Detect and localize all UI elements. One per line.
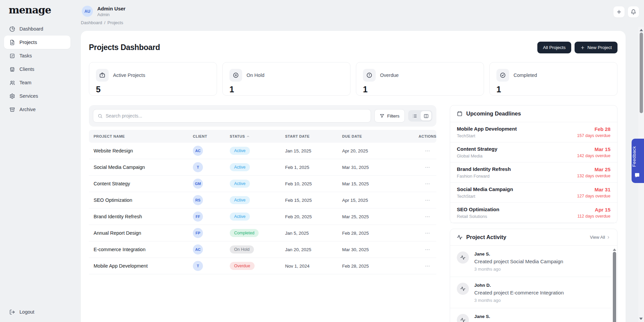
- scrollbar-thumb[interactable]: [640, 33, 643, 113]
- notifications-button[interactable]: [628, 6, 639, 17]
- table-row[interactable]: Annual Report Design FP Completed Jan 5,…: [89, 225, 436, 241]
- sidebar-item[interactable]: Clients: [4, 62, 70, 76]
- project-name: Social Media Campaign: [94, 165, 193, 170]
- table-row[interactable]: E-commerce Integration AC On Hold Jan 20…: [89, 241, 436, 258]
- column-header-actions: ACTIONS: [419, 134, 436, 138]
- stat-card: Completed 1: [489, 62, 618, 96]
- table-row[interactable]: Content Strategy GM Active Feb 10, 2025 …: [89, 176, 436, 192]
- start-date: Jan 20, 2025: [285, 247, 342, 252]
- deadline-item[interactable]: SEO Optimization Retail Solutions Apr 15…: [450, 203, 617, 223]
- column-header-status[interactable]: STATUS: [230, 134, 285, 138]
- table-row[interactable]: Website Redesign AC Active Jan 15, 2025 …: [89, 143, 436, 159]
- stats-row: Active Projects 5 On Hold 1: [89, 62, 618, 96]
- activity-action: Created project E-commerce Integration: [474, 290, 564, 295]
- table-row[interactable]: Brand Identity Refresh FF Active Feb 20,…: [89, 209, 436, 225]
- due-date: Mar 30, 2025: [342, 247, 419, 252]
- table-row[interactable]: SEO Optimization RS Active Feb 15, 2025 …: [89, 192, 436, 209]
- add-button[interactable]: [613, 6, 625, 17]
- sidebar-item-label: Team: [19, 80, 31, 85]
- header-user[interactable]: AU Admin User Admin: [82, 6, 125, 17]
- scrollbar-thumb[interactable]: [613, 252, 616, 322]
- sidebar-item-label: Dashboard: [19, 26, 43, 32]
- start-date: Feb 10, 2025: [285, 181, 342, 186]
- scroll-up-arrow[interactable]: [613, 248, 616, 251]
- sidebar-item-icon: [9, 93, 15, 99]
- sidebar-item[interactable]: Tasks: [4, 49, 70, 62]
- deadline-overdue: 142 days overdue: [577, 153, 610, 158]
- row-actions-button[interactable]: [423, 146, 432, 156]
- stat-icon: [500, 72, 506, 78]
- sidebar-item[interactable]: Team: [4, 76, 70, 89]
- stat-value: 1: [229, 85, 343, 94]
- project-name: Brand Identity Refresh: [94, 214, 193, 219]
- sidebar-item[interactable]: Projects: [4, 36, 70, 49]
- scroll-up-arrow[interactable]: [640, 29, 643, 31]
- column-header-client[interactable]: CLIENT: [193, 134, 230, 138]
- table-row[interactable]: Mobile App Development T Overdue Nov 1, …: [89, 258, 436, 274]
- logout-label: Logout: [19, 309, 34, 315]
- row-actions-button[interactable]: [423, 195, 432, 205]
- page-title: Projects Dashboard: [89, 43, 160, 52]
- row-actions-button[interactable]: [423, 163, 432, 172]
- sidebar-item[interactable]: Archive: [4, 103, 70, 116]
- more-icon: [425, 214, 430, 220]
- sort-asc-icon: [246, 135, 250, 138]
- row-actions-button[interactable]: [423, 261, 432, 271]
- due-date: Feb 28, 2025: [342, 264, 419, 269]
- sidebar-item[interactable]: Dashboard: [4, 22, 70, 36]
- row-actions-button[interactable]: [423, 228, 432, 238]
- activity-scrollbar[interactable]: [612, 248, 616, 322]
- new-project-button[interactable]: New Project: [575, 42, 618, 53]
- project-name: Content Strategy: [94, 181, 193, 186]
- row-actions-button[interactable]: [423, 212, 432, 222]
- user-avatar: AU: [82, 6, 93, 17]
- view-toggle: [408, 110, 432, 122]
- feedback-tab[interactable]: Feedback: [632, 139, 644, 183]
- deadline-item[interactable]: Content Strategy Global Media Mar 15 142…: [450, 142, 617, 163]
- activity-user: John D.: [474, 283, 564, 288]
- sidebar-nav: Dashboard Projects Tasks Clients Team: [4, 22, 70, 116]
- status-badge: Active: [230, 213, 250, 221]
- breadcrumb-item-dashboard[interactable]: Dashboard: [81, 20, 102, 25]
- user-role: Admin: [97, 12, 125, 17]
- column-view-button[interactable]: [421, 111, 431, 121]
- more-icon: [425, 230, 430, 236]
- deadline-item[interactable]: Brand Identity Refresh Fashion Forward M…: [450, 163, 617, 183]
- start-date: Jan 5, 2025: [285, 231, 342, 236]
- all-projects-label: All Projects: [543, 45, 566, 50]
- deadline-project: Social Media Campaign: [457, 186, 513, 192]
- project-name: Annual Report Design: [94, 230, 193, 236]
- deadline-item[interactable]: Social Media Campaign TechStart Mar 31 1…: [450, 183, 617, 203]
- logout-button[interactable]: Logout: [4, 305, 40, 319]
- sidebar-item-label: Archive: [19, 107, 36, 112]
- breadcrumb-item-projects[interactable]: Projects: [107, 20, 123, 25]
- sidebar-item-icon: [9, 66, 15, 72]
- status-badge: Active: [230, 196, 250, 204]
- deadline-item[interactable]: Mobile App Development TechStart Feb 28 …: [450, 122, 617, 142]
- column-header-due-date[interactable]: DUE DATE: [342, 134, 419, 138]
- activity-time: 3 months ago: [474, 267, 563, 272]
- search-input[interactable]: [106, 113, 366, 119]
- table-row[interactable]: Social Media Campaign T Active Feb 1, 20…: [89, 159, 436, 176]
- columns-icon: [424, 113, 429, 119]
- client-avatar: T: [193, 261, 203, 271]
- project-name: Mobile App Development: [94, 263, 193, 269]
- sidebar-item-label: Tasks: [19, 53, 32, 58]
- pulse-icon: [460, 255, 466, 260]
- all-projects-button[interactable]: All Projects: [537, 42, 572, 53]
- list-icon: [412, 113, 417, 119]
- stat-value: 1: [496, 85, 610, 94]
- search-box: [93, 109, 371, 123]
- column-header-project-name[interactable]: PROJECT NAME: [94, 134, 193, 138]
- column-header-start-date[interactable]: START DATE: [285, 134, 342, 138]
- row-actions-button[interactable]: [423, 179, 432, 189]
- client-avatar: T: [193, 162, 203, 172]
- view-all-link[interactable]: View All: [590, 235, 610, 240]
- scroll-down-arrow[interactable]: [639, 318, 643, 320]
- sidebar-item[interactable]: Services: [4, 89, 70, 103]
- filters-button[interactable]: Filters: [374, 109, 405, 123]
- row-actions-button[interactable]: [423, 245, 432, 255]
- list-view-button[interactable]: [409, 111, 420, 121]
- deadline-client: Retail Solutions: [457, 214, 499, 219]
- deadline-project: Brand Identity Refresh: [457, 166, 511, 172]
